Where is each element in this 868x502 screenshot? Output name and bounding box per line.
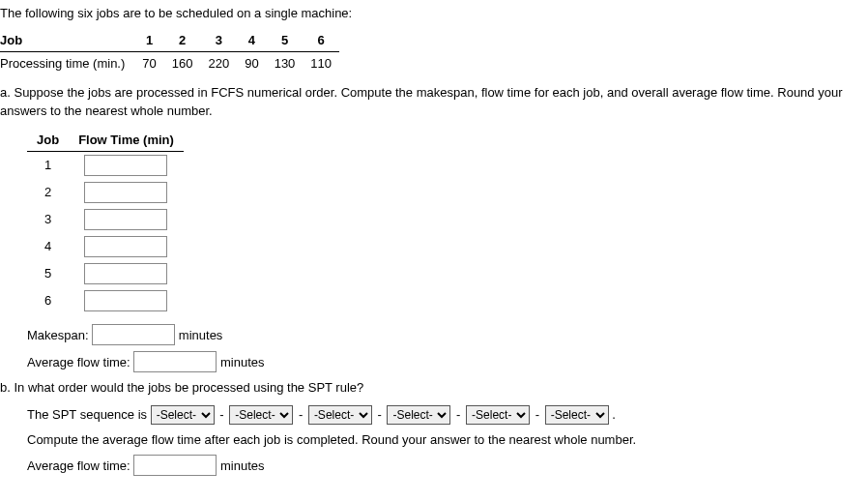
part-a-label: a. (0, 83, 11, 103)
job-col-1: 1 (134, 29, 163, 52)
jobs-row-header: Job (0, 29, 134, 52)
avg-flow-b-label: Average flow time: (27, 458, 130, 473)
avg-flow-b-unit: minutes (220, 458, 265, 473)
flow-row-job-1: 1 (27, 152, 69, 180)
spt-select-1[interactable]: -Select- (151, 405, 215, 425)
proc-time-5: 130 (267, 52, 304, 75)
spt-select-6[interactable]: -Select- (545, 405, 609, 425)
job-col-2: 2 (164, 29, 201, 52)
compute-line: Compute the average flow time after each… (27, 430, 868, 450)
avg-flow-a-unit: minutes (220, 355, 265, 369)
job-col-4: 4 (237, 29, 266, 52)
proc-row-header: Processing time (min.) (0, 52, 134, 75)
flow-row-job-3: 3 (27, 206, 69, 233)
flow-time-input-4[interactable] (84, 236, 167, 257)
spt-dash-4: - (456, 407, 460, 422)
spt-select-3[interactable]: -Select- (308, 405, 372, 425)
makespan-unit: minutes (179, 328, 223, 342)
proc-time-6: 110 (303, 52, 339, 75)
proc-time-1: 70 (134, 52, 163, 75)
flow-row-job-6: 6 (27, 287, 69, 314)
job-col-6: 6 (303, 29, 339, 52)
flow-time-input-5[interactable] (84, 263, 167, 284)
avg-flow-a-label: Average flow time: (27, 355, 130, 369)
part-b-label: b. (0, 378, 11, 398)
part-a-text: Suppose the jobs are processed in FCFS n… (0, 85, 842, 119)
job-col-3: 3 (200, 29, 237, 52)
spt-select-2[interactable]: -Select- (229, 405, 293, 425)
flow-time-input-3[interactable] (84, 209, 167, 230)
flow-head-flow: Flow Time (min) (69, 129, 184, 152)
proc-time-3: 220 (200, 52, 237, 75)
proc-time-2: 160 (164, 52, 201, 75)
flow-time-input-1[interactable] (84, 155, 167, 176)
spt-dash-5: - (535, 407, 539, 422)
proc-time-4: 90 (237, 52, 266, 75)
spt-select-4[interactable]: -Select- (387, 405, 450, 425)
job-col-5: 5 (267, 29, 304, 52)
spt-select-5[interactable]: -Select- (466, 405, 530, 425)
spt-dash-1: - (219, 407, 223, 422)
flow-time-table: Job Flow Time (min) 1 2 3 4 5 (27, 129, 184, 315)
avg-flow-b-input[interactable] (133, 455, 217, 476)
flow-time-input-6[interactable] (84, 290, 167, 311)
flow-row-job-2: 2 (27, 179, 69, 206)
flow-time-input-2[interactable] (84, 182, 167, 203)
spt-dash-2: - (299, 407, 303, 422)
makespan-label: Makespan: (27, 328, 89, 342)
spt-dash-3: - (378, 407, 382, 422)
spt-prefix: The SPT sequence is (27, 407, 147, 422)
part-b-text: In what order would the jobs be processe… (14, 380, 363, 395)
flow-row-job-4: 4 (27, 233, 69, 260)
jobs-data-table: Job 1 2 3 4 5 6 Processing time (min.) 7… (0, 29, 339, 75)
makespan-input[interactable] (92, 324, 175, 345)
flow-head-job: Job (27, 129, 69, 152)
intro-text: The following six jobs are to be schedul… (0, 4, 868, 23)
spt-period: . (612, 407, 616, 422)
avg-flow-a-input[interactable] (133, 351, 217, 372)
flow-row-job-5: 5 (27, 260, 69, 287)
